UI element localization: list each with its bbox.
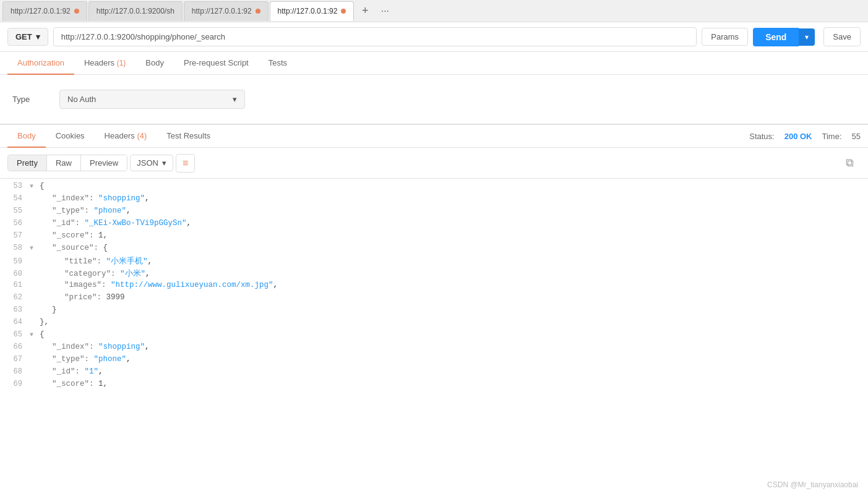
time-label: Time: bbox=[822, 132, 842, 141]
json-line: 62"price": 3999 bbox=[0, 292, 868, 305]
res-tab-body-label: Body bbox=[17, 131, 36, 140]
line-number: 69 bbox=[0, 380, 30, 388]
line-number: 68 bbox=[0, 367, 30, 376]
json-line: 54"_index": "shopping", bbox=[0, 194, 868, 206]
line-number: 57 bbox=[0, 231, 30, 240]
line-content: "_source": { bbox=[40, 244, 868, 252]
browser-tab-2[interactable]: http://127.0.0.1:9200/sh bbox=[88, 1, 183, 21]
auth-type-dropdown[interactable]: No Auth ▾ bbox=[59, 90, 245, 109]
res-tab-body[interactable]: Body bbox=[7, 125, 46, 148]
copy-icon: ⧉ bbox=[846, 156, 854, 169]
auth-dropdown-chevron-icon: ▾ bbox=[233, 95, 237, 104]
tab-label-1: http://127.0.0.1:92 bbox=[11, 7, 71, 15]
line-content: { bbox=[40, 330, 868, 339]
line-number: 56 bbox=[0, 219, 30, 228]
auth-type-label: Type bbox=[12, 95, 49, 104]
res-tab-testresults[interactable]: Test Results bbox=[157, 125, 220, 148]
tab-headers[interactable]: Headers (1) bbox=[74, 52, 135, 75]
json-format-label: JSON bbox=[137, 158, 158, 168]
json-line: 56"_id": "_KEi-XwBo-TVi9pGGySn", bbox=[0, 218, 868, 231]
json-line: 66"_index": "shopping", bbox=[0, 342, 868, 354]
browser-tab-1[interactable]: http://127.0.0.1:92 bbox=[2, 1, 87, 21]
json-line: 63} bbox=[0, 305, 868, 317]
res-tab-cookies[interactable]: Cookies bbox=[46, 125, 95, 148]
filter-button[interactable]: ≡ bbox=[176, 154, 195, 173]
tab-body[interactable]: Body bbox=[135, 52, 174, 75]
line-collapse-arrow[interactable]: ▼ bbox=[30, 245, 40, 252]
json-line: 60"category": "小米", bbox=[0, 268, 868, 280]
raw-button[interactable]: Raw bbox=[47, 155, 81, 171]
send-button[interactable]: Send bbox=[753, 28, 799, 46]
line-content: "_type": "phone", bbox=[40, 207, 868, 215]
auth-section: Type No Auth ▾ bbox=[0, 75, 868, 125]
response-tabs: Body Cookies Headers (4) Test Results bbox=[7, 125, 749, 147]
response-section: Body Cookies Headers (4) Test Results St… bbox=[0, 125, 868, 394]
status-label: Status: bbox=[749, 132, 774, 141]
tab-body-label: Body bbox=[145, 58, 164, 67]
line-number: 64 bbox=[0, 318, 30, 326]
filter-icon: ≡ bbox=[183, 158, 188, 168]
res-tab-testresults-label: Test Results bbox=[166, 131, 210, 140]
line-number: 60 bbox=[0, 270, 30, 278]
tab-prerequest-label: Pre-request Script bbox=[184, 58, 249, 67]
line-number: 54 bbox=[0, 194, 30, 203]
line-content: "category": "小米", bbox=[40, 268, 868, 279]
json-line: 67"_type": "phone", bbox=[0, 354, 868, 367]
send-btn-group: Send ▾ bbox=[753, 28, 815, 46]
line-content: "images": "http://www.gulixueyuan.com/xm… bbox=[40, 281, 868, 289]
tab-label-3: http://127.0.0.1:92 bbox=[192, 7, 252, 15]
method-chevron-icon: ▾ bbox=[36, 32, 40, 41]
send-dropdown-button[interactable]: ▾ bbox=[799, 28, 815, 46]
tab-authorization[interactable]: Authorization bbox=[7, 52, 74, 75]
json-line: 65▼{ bbox=[0, 330, 868, 342]
more-tabs-button[interactable]: ··· bbox=[375, 1, 395, 21]
line-collapse-arrow[interactable]: ▼ bbox=[30, 331, 40, 338]
request-tabs: Authorization Headers (1) Body Pre-reque… bbox=[0, 52, 868, 75]
json-line: 55"_type": "phone", bbox=[0, 206, 868, 218]
json-viewer: 53▼{54"_index": "shopping",55"_type": "p… bbox=[0, 179, 868, 394]
line-collapse-arrow[interactable]: ▼ bbox=[30, 183, 40, 190]
json-line: 68"_id": "1", bbox=[0, 367, 868, 379]
time-value: 55 bbox=[852, 132, 861, 141]
browser-tab-3[interactable]: http://127.0.0.1:92 bbox=[184, 1, 269, 21]
response-tabs-bar: Body Cookies Headers (4) Test Results St… bbox=[0, 125, 868, 148]
new-tab-button[interactable]: + bbox=[355, 1, 375, 21]
browser-tab-4[interactable]: http://127.0.0.1:92 bbox=[270, 1, 355, 21]
pretty-button[interactable]: Pretty bbox=[8, 155, 47, 171]
params-button[interactable]: Params bbox=[702, 28, 748, 46]
tab-prerequest[interactable]: Pre-request Script bbox=[174, 52, 259, 75]
preview-button[interactable]: Preview bbox=[81, 155, 127, 171]
json-line: 69"_score": 1, bbox=[0, 379, 868, 391]
json-line: 58▼"_source": { bbox=[0, 243, 868, 255]
line-content: "_index": "shopping", bbox=[40, 194, 868, 203]
res-tab-headers-label: Headers bbox=[105, 131, 135, 140]
json-format-chevron-icon: ▾ bbox=[162, 158, 166, 168]
save-button[interactable]: Save bbox=[823, 27, 861, 46]
json-format-dropdown[interactable]: JSON ▾ bbox=[130, 155, 173, 171]
method-dropdown[interactable]: GET ▾ bbox=[7, 28, 48, 46]
copy-button[interactable]: ⧉ bbox=[839, 153, 861, 173]
line-content: "title": "小米手机", bbox=[40, 256, 868, 267]
line-number: 58 bbox=[0, 244, 30, 252]
line-content: "_id": "1", bbox=[40, 367, 868, 376]
tab-dot-1 bbox=[74, 9, 79, 14]
url-input[interactable] bbox=[53, 27, 697, 46]
line-number: 66 bbox=[0, 343, 30, 351]
line-content: } bbox=[40, 305, 868, 314]
res-tab-cookies-label: Cookies bbox=[56, 131, 85, 140]
line-number: 65 bbox=[0, 330, 30, 339]
tab-label-4: http://127.0.0.1:92 bbox=[278, 7, 338, 15]
tab-label-2: http://127.0.0.1:9200/sh bbox=[97, 7, 174, 15]
line-content: "_score": 1, bbox=[40, 231, 868, 240]
line-content: "_type": "phone", bbox=[40, 355, 868, 364]
json-line: 61"images": "http://www.gulixueyuan.com/… bbox=[0, 280, 868, 292]
res-tab-headers[interactable]: Headers (4) bbox=[95, 125, 157, 148]
line-content: }, bbox=[40, 318, 868, 326]
line-content: { bbox=[40, 182, 868, 190]
json-line: 57"_score": 1, bbox=[0, 231, 868, 243]
line-number: 59 bbox=[0, 257, 30, 266]
tab-tests[interactable]: Tests bbox=[259, 52, 297, 75]
line-content: "_score": 1, bbox=[40, 380, 868, 388]
browser-tabs-bar: http://127.0.0.1:92 http://127.0.0.1:920… bbox=[0, 0, 868, 22]
line-content: "_id": "_KEi-XwBo-TVi9pGGySn", bbox=[40, 219, 868, 228]
